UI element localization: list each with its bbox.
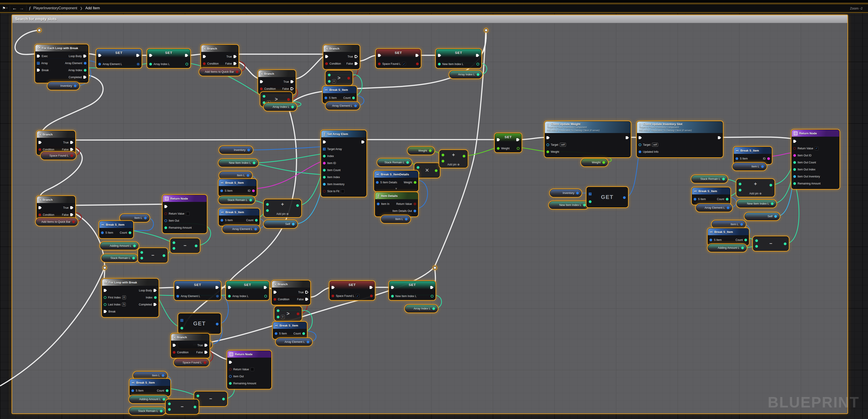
input-pin[interactable] [378,63,381,65]
input-pin[interactable] [639,150,641,153]
node return-node-big[interactable]: Return NodeReturn Value✓Item Out IDItem … [792,130,839,189]
input-pin[interactable] [181,327,183,329]
operator-node add-2[interactable]: +Add pin ⊕ [439,150,468,168]
output-pin[interactable] [722,178,725,180]
comment-title[interactable]: Search for empty slots [12,15,847,23]
input-pin[interactable] [203,62,206,65]
output-pin[interactable] [72,220,75,223]
output-pin[interactable] [195,244,197,247]
output-pin[interactable] [236,70,239,73]
output-pin[interactable] [476,63,479,65]
input-pin[interactable] [589,200,591,203]
input-pin[interactable] [547,144,549,146]
output-pin[interactable] [302,332,305,335]
output-pin[interactable] [204,361,206,364]
exec-pin[interactable] [154,289,157,292]
output-pin[interactable] [291,106,294,108]
input-pin[interactable] [328,80,331,83]
pin-literal-field[interactable]: self [560,143,566,147]
breadcrumb-function[interactable]: Add Item [85,6,100,10]
node-header[interactable]: ◇Client Update WeightTarget is Player In… [545,121,630,133]
set-node[interactable]: SETWeight [495,133,522,152]
input-pin[interactable] [221,219,223,221]
set-node[interactable]: SETSpace Found L✓ [376,49,421,68]
variable-pill pill-array-index-b2[interactable]: Array Index L [405,305,438,312]
set-node[interactable]: SETArray Index L [226,281,269,300]
node return-node-2[interactable]: Return NodeReturn ValueItem OutRemaining… [227,351,271,389]
pin-literal-field[interactable]: self [652,143,658,147]
output-pin[interactable] [463,155,465,157]
output-pin[interactable] [405,218,408,220]
operator-node minus-1[interactable]: − [138,248,167,263]
exec-pin[interactable] [547,136,550,139]
output-pin[interactable] [129,231,131,234]
output-pin[interactable] [744,239,747,241]
input-pin[interactable] [710,239,712,241]
variable-pill pill-array-index-2[interactable]: Array Index L [264,103,297,111]
node-header[interactable]: ƒSet Array Elem [321,130,366,137]
output-pin[interactable] [354,104,357,107]
exec-pin[interactable] [173,344,176,347]
variable-pill pill-add-items-to-quick-bar-5[interactable]: Add Items to Quick Bar [36,218,78,226]
output-pin[interactable] [770,184,772,186]
node return-node-1[interactable]: Return NodeReturn ValueItem OutRemaining… [163,195,207,233]
pin-checkbox[interactable]: ✓ [815,147,818,150]
set-node[interactable]: SETNew Item Index L [389,281,435,300]
variable-pill pill-weight-a[interactable]: Weight [408,147,434,154]
output-pin[interactable] [292,223,294,226]
exec-pin[interactable] [718,136,721,139]
output-pin[interactable] [347,77,350,80]
input-pin[interactable] [442,160,444,162]
output-pin[interactable] [70,154,73,157]
node-header[interactable]: •<Break S_Item [692,188,730,194]
add-pin-button[interactable]: Add pin ⊕ [439,163,467,166]
exec-pin[interactable] [38,141,42,144]
blueprint-graph-canvas[interactable]: Search for empty slots BLUEPRINT ⟳For Ea… [0,0,868,419]
input-pin[interactable] [266,209,269,212]
input-pin[interactable] [229,382,232,385]
output-pin[interactable] [435,169,437,172]
output-pin[interactable] [761,165,764,168]
input-pin[interactable] [266,203,269,206]
input-pin[interactable] [104,303,106,306]
pin-literal-field[interactable]: 5 [122,302,126,306]
node branch-5[interactable]: YBranchTrueConditionFalse [37,196,75,220]
exec-pin[interactable] [38,206,42,209]
variable-pill pill-stack-remain-b[interactable]: Stack Remain L [129,407,165,415]
output-pin[interactable] [255,219,258,221]
node-header[interactable]: •<Break S_Item [219,209,259,215]
pin-checkbox[interactable]: ✓ [356,294,360,298]
variable-pill pill-stack-remain-r[interactable]: Stack Remain L [377,159,412,166]
exec-pin[interactable] [37,69,40,71]
variable-pill pill-stack-remain-m[interactable]: Stack Remain L [101,254,138,262]
input-pin[interactable] [274,298,276,301]
get-node[interactable]: GET [178,313,221,334]
node client-update-inventory-slot[interactable]: ◇Client Update Inventory SlotTarget is P… [637,121,723,157]
node branch-1[interactable]: YBranchTrueConditionFalse [201,45,239,69]
input-pin[interactable] [377,203,379,205]
exec-pin[interactable] [83,76,87,79]
output-pin[interactable] [517,147,520,150]
add-pin-button[interactable]: Add pin ⊕ [264,212,301,215]
variable-pill pill-item-l-c[interactable]: Item L [219,172,252,179]
exec-pin[interactable] [290,80,294,83]
input-pin[interactable] [229,375,232,378]
set-node[interactable]: SETSpace Found L✓ [330,281,375,300]
output-pin[interactable] [370,295,373,297]
exec-pin[interactable] [205,351,208,354]
exec-pin[interactable] [203,55,206,58]
variable-pill pill-stack-remain-c[interactable]: Stack Remain L [219,196,255,204]
set-node[interactable]: SETArray Element L [174,281,221,300]
input-pin[interactable] [168,408,171,411]
input-pin[interactable] [323,162,326,164]
set-node[interactable]: SETArray Element L [96,49,142,68]
node item-details[interactable]: ƒItem DetailsItem InReturn ValueItem Det… [375,192,418,216]
output-pin[interactable] [296,204,299,207]
output-pin[interactable] [216,323,219,325]
node-header[interactable]: YBranch [201,45,238,52]
output-pin[interactable] [137,63,140,65]
operator-node minus-2[interactable]: − [170,238,200,253]
input-pin[interactable] [277,316,279,319]
input-pin[interactable] [164,219,167,222]
input-pin[interactable] [323,169,326,172]
